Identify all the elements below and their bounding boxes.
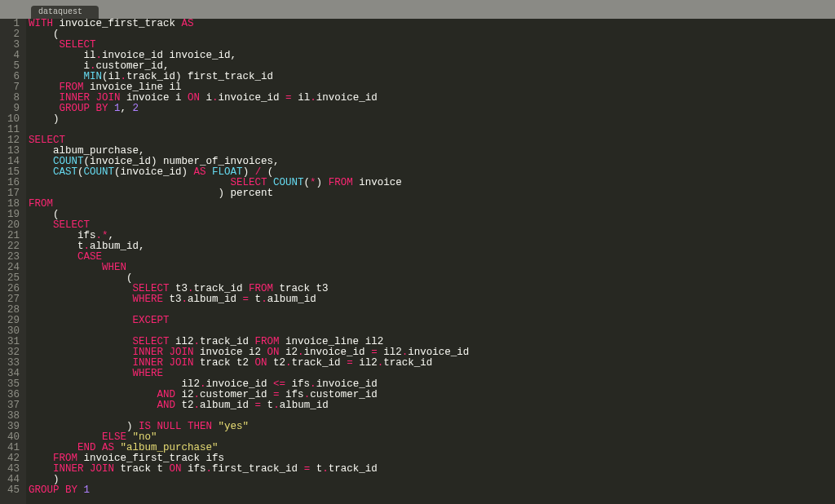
code-line[interactable]: ) — [29, 114, 835, 125]
code-line[interactable]: INNER JOIN invoice i ON i.invoice_id = i… — [29, 93, 835, 104]
code-line[interactable]: INNER JOIN track t ON ifs.first_track_id… — [29, 464, 835, 475]
gutter: 1234567891011121314151617181920212223242… — [0, 19, 26, 504]
code-line[interactable]: ( — [29, 210, 835, 220]
code-line[interactable]: ( — [29, 29, 835, 40]
editor-area: 1234567891011121314151617181920212223242… — [0, 19, 835, 504]
code-line[interactable]: CASE — [29, 252, 835, 263]
line-number: 45 — [0, 485, 20, 496]
code-line[interactable]: AND t2.album_id = t.album_id — [29, 400, 835, 411]
code-line[interactable]: WHEN — [29, 263, 835, 273]
tab-label: dataquest — [38, 7, 82, 16]
code-line[interactable]: EXCEPT — [29, 316, 835, 326]
code-line[interactable]: ) percent — [29, 188, 835, 199]
tab-bar: dataquest — [0, 6, 835, 19]
code-line[interactable]: SELECT — [29, 220, 835, 231]
window-topbar — [0, 0, 835, 6]
code-line[interactable]: ifs.*, — [29, 231, 835, 241]
code-line[interactable]: GROUP BY 1 — [29, 485, 835, 496]
code-line[interactable]: SELECT — [29, 135, 835, 146]
code-line[interactable]: t.album_id, — [29, 241, 835, 252]
code-area[interactable]: WITH invoice_first_track AS ( SELECT il.… — [26, 19, 835, 504]
code-line[interactable]: WHERE t3.album_id = t.album_id — [29, 294, 835, 305]
tab-dataquest[interactable]: dataquest — [31, 6, 99, 19]
code-line[interactable] — [29, 125, 835, 135]
code-line[interactable]: WITH invoice_first_track AS — [29, 19, 835, 29]
code-line[interactable]: ) — [29, 475, 835, 485]
code-line[interactable]: FROM — [29, 199, 835, 210]
code-line[interactable]: GROUP BY 1, 2 — [29, 104, 835, 114]
